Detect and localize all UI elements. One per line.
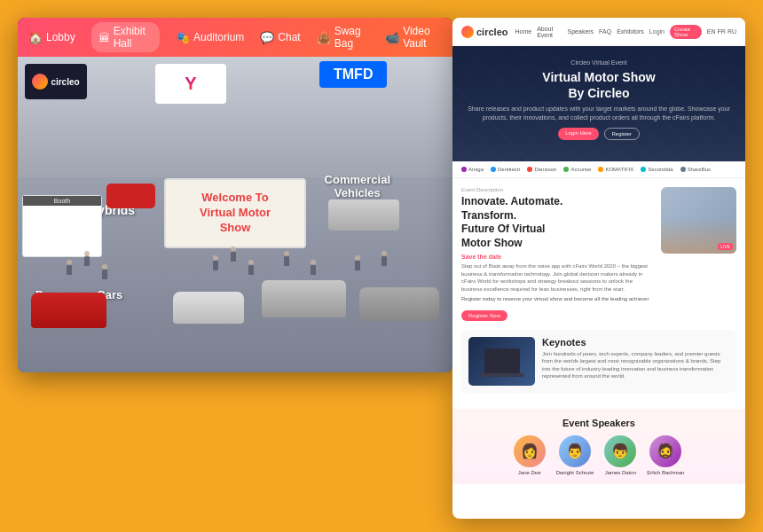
brand-denisson: Denisson [527,167,556,172]
nav-lobby[interactable]: 🏠 Lobby [28,31,75,44]
car-red-small [106,184,155,208]
keynotes-section: Keynotes Join hundreds of peers, tech ex… [461,330,736,393]
person-figure [382,255,387,266]
nav-video-vault[interactable]: 📹 Video Vault [385,25,442,50]
event-image-badge: LIVE [718,243,733,250]
nav-cta-button[interactable]: Create Show [670,25,702,39]
person-figure [84,255,90,266]
website-panel: circleo Home About Event Speakers FAQ Ex… [452,18,745,519]
lang-fr[interactable]: FR [718,28,726,35]
brand-dot [461,167,467,172]
brand-dentitech: Dentitech [491,167,520,172]
people-container [18,222,452,293]
hero-subtitle: Share releases and product updates with … [466,105,732,122]
nav-home[interactable]: Home [515,28,531,35]
lang-ru[interactable]: RU [728,28,736,35]
nav-about[interactable]: About Event [537,26,562,38]
keynotes-title: Keynotes [542,337,729,348]
person-figure [67,264,72,275]
brand-dot [527,167,532,172]
nav-auditorium[interactable]: 🎭 Auditorium [176,31,244,44]
person-figure [213,260,218,270]
brand-dot [563,167,569,172]
event-desc-link: Register today to reserve your virtual s… [461,296,654,301]
website-nav-links: Home About Event Speakers FAQ Exhibitors… [515,25,736,39]
booth-label: Booth [23,196,101,206]
speaker-james: 👦 James Daton [604,435,636,475]
speaker-jane-doe: 👩 Jane Doe [514,435,546,475]
brands-section: Amiga Dentitech Denisson Accurise KOMATI… [452,161,745,178]
yuucamp-logo: Y [185,74,196,94]
person-figure [311,264,316,275]
language-selector[interactable]: EN FR RU [707,28,736,35]
speaker-avatar-1: 👩 [514,435,546,467]
speaker-emoji-4: 🧔 [649,435,681,467]
speaker-name-2: Dwright Schrute [556,470,594,475]
laptop-icon [484,348,520,373]
event-save-date: Save the date [461,254,654,260]
speaker-name-4: Erlich Bachman [647,470,684,475]
lobby-icon: 🏠 [28,31,43,44]
hero-section: Circleo Virtual Event Virtual Motor Show… [452,46,745,161]
swag-icon: 👜 [317,31,331,44]
brand-secondida: Secondida [641,167,673,172]
nav-exhibit-hall[interactable]: 🏛 Exhibit Hall [91,22,160,52]
hero-buttons: Login Here Register [466,128,732,140]
event-image: LIVE [661,187,736,254]
register-now-button[interactable]: Register Now [461,310,507,321]
nav-login[interactable]: Login [649,28,665,35]
nav-speakers[interactable]: Speakers [568,28,594,35]
event-description-section: Event Description Innovate. Automate.Tra… [461,187,736,321]
brand-accurise: Accurise [563,167,591,172]
speaker-name-3: James Daton [605,470,636,475]
video-icon: 📹 [385,31,399,44]
keynotes-image [468,337,535,386]
brand-dot [680,167,686,172]
brand-sharebus: ShareBus [680,167,711,172]
speaker-dwright: 👨 Dwright Schrute [556,435,594,475]
brand-dot [491,167,496,172]
logo-circle-icon [32,74,48,90]
event-desc-title: Innovate. Automate.Transform.Future Of V… [461,195,654,250]
speakers-title: Event Speakers [461,418,736,428]
car-red-left [31,293,106,328]
nav-chat[interactable]: 💬 Chat [260,31,300,44]
website-main-content: Event Description Innovate. Automate.Tra… [452,178,745,409]
keynotes-body: Join hundreds of peers, tech experts, co… [542,350,729,380]
speaker-emoji-1: 👩 [514,435,546,467]
person-figure [284,255,289,266]
nav-swag-bag[interactable]: 👜 Swag Bag [317,25,369,50]
speaker-name-1: Jane Doe [518,470,541,475]
logo-text: circleo [51,77,79,87]
event-desc-body: Step out of Book away from the noise app… [461,262,654,293]
speaker-erlich: 🧔 Erlich Bachman [647,435,684,475]
logo-circle-icon [461,26,474,38]
event-desc-label: Event Description [461,187,654,192]
speaker-avatar-3: 👦 [604,435,636,467]
brand-dot [641,167,646,172]
nav-exhibitors[interactable]: Exhibitors [617,28,644,35]
speakers-section: Event Speakers 👩 Jane Doe 👨 Dwright Schr… [452,409,745,484]
yuucamp-banner: Y [155,64,226,104]
brand-amiga: Amiga [461,167,484,172]
commercial-vehicles-label: CommercialVehicles [325,173,390,200]
hero-login-button[interactable]: Login Here [558,128,598,140]
website-navbar: circleo Home About Event Speakers FAQ Ex… [452,18,745,46]
person-figure [231,251,236,262]
speaker-emoji-2: 👨 [559,435,591,467]
keynotes-text: Keynotes Join hundreds of peers, tech ex… [542,337,729,386]
exhibit-icon: 🏛 [98,31,110,44]
hero-content: Circleo Virtual Event Virtual Motor Show… [452,46,745,147]
person-figure [102,269,107,279]
tmfd-sign: TMFD [319,61,387,88]
speaker-avatar-2: 👨 [559,435,591,467]
nav-faq[interactable]: FAQ [599,28,611,35]
chat-icon: 💬 [260,31,274,44]
lang-en[interactable]: EN [707,28,716,35]
circleo-logo-box: circleo [25,64,87,99]
hero-register-button[interactable]: Register [604,128,640,140]
brand-komatifix: KOMATIFIX [598,167,633,172]
car-white-center [173,292,244,324]
website-logo: circleo [461,26,507,38]
speaker-emoji-3: 👦 [604,435,636,467]
